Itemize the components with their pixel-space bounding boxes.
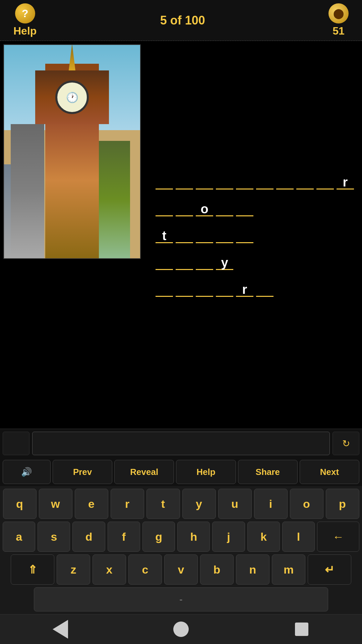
shift-key[interactable]: ⇑ (11, 554, 54, 585)
enter-key[interactable]: ↵ (308, 554, 351, 585)
keyboard-row-4: - (3, 587, 359, 611)
letter-slot-0-9: r (337, 173, 354, 190)
refresh-button[interactable]: ↻ (333, 432, 359, 455)
key-d[interactable]: d (72, 522, 105, 552)
key-c[interactable]: c (128, 554, 162, 585)
key-b[interactable]: b (200, 554, 234, 585)
letter-slot-4-0 (156, 280, 173, 297)
letter-slot-4-4: r (236, 280, 253, 297)
letter-slot-4-3 (216, 280, 233, 297)
score-section: ⬤ 51 (328, 3, 349, 37)
image-section: 🕐 ☽ (3, 44, 141, 425)
spacebar-button[interactable]: - (34, 587, 328, 611)
main-content: 🕐 ☽ rotyr (0, 41, 362, 429)
clue-line-1: o (154, 200, 355, 216)
letter-slot-2-2 (196, 226, 213, 243)
refresh-icon: ↻ (342, 438, 350, 449)
header: ? Help 5 of 100 ⬤ 51 (0, 0, 362, 41)
back-icon (53, 620, 68, 639)
key-g[interactable]: g (142, 522, 175, 552)
key-f[interactable]: f (108, 522, 140, 552)
letter-slot-0-5 (256, 173, 274, 190)
letter-slot-3-2 (196, 253, 213, 270)
keyboard: qwertyuiop asdfghjkl← ⇑zxcvbnm↵ - (0, 486, 362, 614)
recents-icon (295, 623, 308, 636)
action-row: 🔊 Prev Reveal Help Share Next (0, 458, 362, 486)
progress-label: 5 of 100 (160, 13, 205, 28)
coin-icon: ⬤ (328, 3, 349, 23)
letter-slot-0-6 (276, 173, 294, 190)
key-w[interactable]: w (39, 489, 72, 519)
clue-line-3: y (154, 253, 355, 270)
letter-slot-0-2 (196, 173, 213, 190)
letter-slot-4-1 (176, 280, 193, 297)
keyboard-row-2: asdfghjkl← (3, 522, 359, 552)
key-e[interactable]: e (75, 489, 108, 519)
help-section[interactable]: ? Help (13, 3, 37, 37)
key-t[interactable]: t (146, 489, 180, 519)
key-k[interactable]: k (247, 522, 280, 552)
answer-input[interactable] (32, 432, 330, 455)
keyboard-row-1: qwertyuiop (3, 489, 359, 519)
home-icon (173, 622, 189, 637)
key-z[interactable]: z (57, 554, 90, 585)
input-left-button[interactable] (3, 432, 29, 455)
help-icon: ? (15, 3, 35, 23)
nav-recents-button[interactable] (288, 619, 315, 639)
sound-icon: 🔊 (21, 467, 32, 477)
letter-slot-1-3 (216, 200, 233, 216)
letter-slot-4-2 (196, 280, 213, 297)
letter-slot-2-0: t (156, 226, 173, 243)
letter-slot-0-7 (296, 173, 314, 190)
key-s[interactable]: s (38, 522, 70, 552)
letter-slot-0-8 (316, 173, 334, 190)
key-j[interactable]: j (212, 522, 245, 552)
key-l[interactable]: l (282, 522, 315, 552)
next-button[interactable]: Next (300, 460, 359, 484)
letter-slot-1-4 (236, 200, 253, 216)
letter-slot-1-1 (176, 200, 193, 216)
key-v[interactable]: v (164, 554, 198, 585)
score-label: 51 (333, 25, 345, 37)
key-y[interactable]: y (182, 489, 216, 519)
key-a[interactable]: a (3, 522, 35, 552)
letter-slot-2-3 (216, 226, 233, 243)
share-button[interactable]: Share (238, 460, 298, 484)
clue-line-0: r (154, 173, 355, 190)
clue-line-4: r (154, 280, 355, 297)
key-r[interactable]: r (111, 489, 144, 519)
key-m[interactable]: m (272, 554, 305, 585)
prev-button[interactable]: Prev (53, 460, 112, 484)
clock-face: 🕐 (55, 80, 89, 114)
letter-slot-0-0 (156, 173, 173, 190)
letter-slot-3-1 (176, 253, 193, 270)
clues-section: rotyr (144, 44, 362, 425)
letter-slot-4-5 (256, 280, 274, 297)
key-o[interactable]: o (290, 489, 323, 519)
letter-slot-0-3 (216, 173, 233, 190)
backspace-key[interactable]: ← (317, 522, 359, 552)
bottom-nav (0, 614, 362, 644)
input-bar: ↻ (0, 429, 362, 458)
puzzle-image: 🕐 ☽ (3, 44, 141, 259)
keyboard-row-3: ⇑zxcvbnm↵ (3, 554, 359, 585)
key-p[interactable]: p (326, 489, 359, 519)
key-q[interactable]: q (3, 489, 37, 519)
letter-slot-2-4 (236, 226, 253, 243)
key-x[interactable]: x (93, 554, 126, 585)
letter-slot-1-0 (156, 200, 173, 216)
reveal-button[interactable]: Reveal (114, 460, 174, 484)
key-u[interactable]: u (218, 489, 252, 519)
letter-slot-3-0 (156, 253, 173, 270)
letter-slot-0-4 (236, 173, 253, 190)
letter-slot-2-1 (176, 226, 193, 243)
help-button[interactable]: Help (176, 460, 236, 484)
nav-home-button[interactable] (168, 619, 194, 639)
sound-button[interactable]: 🔊 (3, 460, 51, 484)
letter-slot-0-1 (176, 173, 193, 190)
key-n[interactable]: n (236, 554, 269, 585)
key-h[interactable]: h (177, 522, 210, 552)
clue-line-2: t (154, 226, 355, 243)
nav-back-button[interactable] (47, 619, 74, 639)
key-i[interactable]: i (254, 489, 288, 519)
